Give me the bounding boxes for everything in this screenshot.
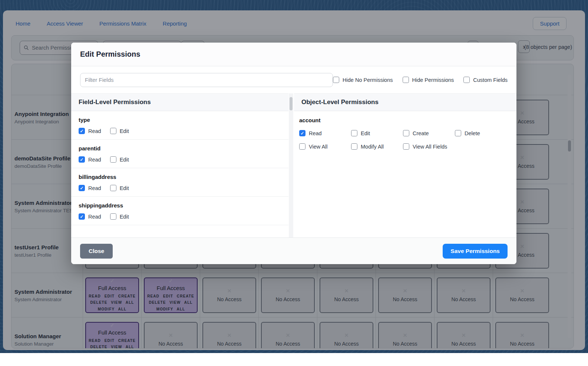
custom-fields-checkbox[interactable]: ✓ Custom Fields — [463, 77, 508, 83]
checkbox-label: Create — [413, 130, 429, 136]
field-list-scrollbar[interactable] — [289, 93, 293, 237]
field-list-scrollbar-thumb[interactable] — [290, 97, 293, 110]
checkbox-label: Read — [88, 185, 101, 191]
modal-filter-row: ✓ Hide No Permissions ✓ Hide Permissions… — [71, 66, 516, 93]
checkbox-icon[interactable]: ✓ — [79, 213, 85, 220]
edit-checkbox[interactable]: ✓ Edit — [110, 128, 129, 134]
checkbox-icon[interactable]: ✓ — [333, 77, 339, 83]
checkbox-label: Hide No Permissions — [343, 77, 393, 83]
read-checkbox[interactable]: ✓ Read — [79, 213, 101, 220]
modal-footer: Close Save Permissions — [71, 237, 516, 264]
field-panel-header: Field-Level Permissions — [71, 93, 288, 111]
object-read-checkbox[interactable]: ✓ Read — [299, 130, 351, 136]
checkbox-icon[interactable]: ✓ — [455, 130, 461, 136]
field-item-billingaddress: billingaddress ✓ Read ✓ Edit — [71, 168, 288, 197]
filter-checkbox-group: ✓ Hide No Permissions ✓ Hide Permissions… — [333, 77, 508, 83]
edit-checkbox[interactable]: ✓ Edit — [110, 185, 129, 191]
checkbox-label: Hide Permissions — [412, 77, 454, 83]
field-name: type — [79, 117, 281, 123]
checkbox-label: Delete — [465, 130, 480, 136]
object-panel-header: Object-Level Permissions — [294, 93, 516, 111]
modal-header: Edit Permissions — [71, 43, 516, 66]
checkbox-icon[interactable]: ✓ — [299, 130, 305, 136]
field-name: billingaddress — [79, 174, 281, 180]
hide-no-permissions-checkbox[interactable]: ✓ Hide No Permissions — [333, 77, 393, 83]
field-item-type: type ✓ Read ✓ Edit — [71, 111, 288, 140]
checkbox-label: Edit — [120, 214, 129, 220]
checkbox-icon[interactable]: ✓ — [351, 130, 357, 136]
field-level-panel: Field-Level Permissions type ✓ Read ✓ Ed… — [71, 93, 288, 237]
close-button[interactable]: Close — [80, 244, 113, 259]
object-modify-all-checkbox[interactable]: ✓ Modify All — [351, 143, 403, 150]
object-view-all-fields-checkbox[interactable]: ✓ View All Fields — [403, 143, 455, 150]
object-panel-title: Object-Level Permissions — [301, 99, 379, 106]
checkbox-icon[interactable]: ✓ — [110, 128, 116, 134]
hide-permissions-checkbox[interactable]: ✓ Hide Permissions — [403, 77, 454, 83]
modal-title: Edit Permissions — [80, 50, 140, 59]
object-edit-checkbox[interactable]: ✓ Edit — [351, 130, 403, 136]
checkbox-icon[interactable]: ✓ — [403, 143, 409, 150]
edit-permissions-modal: Edit Permissions ✓ Hide No Permissions ✓… — [71, 43, 516, 264]
checkbox-label: Read — [88, 128, 101, 134]
checkbox-label: Edit — [361, 130, 370, 136]
checkbox-icon[interactable]: ✓ — [79, 156, 85, 163]
object-delete-checkbox[interactable]: ✓ Delete — [455, 130, 507, 136]
checkbox-icon[interactable]: ✓ — [351, 143, 357, 150]
checkbox-label: Custom Fields — [473, 77, 508, 83]
checkbox-icon[interactable]: ✓ — [403, 130, 409, 136]
checkbox-icon[interactable]: ✓ — [79, 185, 85, 191]
read-checkbox[interactable]: ✓ Read — [79, 128, 101, 134]
object-permission-grid: ✓ Read ✓ Edit ✓ Create ✓ Delete — [299, 130, 511, 150]
checkbox-label: Edit — [120, 157, 129, 163]
panel-divider — [288, 93, 294, 237]
field-item-shippingaddress: shippingaddress ✓ Read ✓ Edit — [71, 197, 288, 225]
field-name: shippingaddress — [79, 202, 281, 209]
read-checkbox[interactable]: ✓ Read — [79, 156, 101, 163]
filter-fields-input[interactable] — [80, 73, 333, 87]
save-permissions-button[interactable]: Save Permissions — [443, 244, 508, 259]
checkbox-label: Modify All — [361, 144, 384, 150]
field-panel-title: Field-Level Permissions — [79, 99, 151, 106]
checkbox-icon[interactable]: ✓ — [110, 213, 116, 220]
checkbox-icon[interactable]: ✓ — [110, 156, 116, 163]
checkbox-icon[interactable]: ✓ — [299, 143, 305, 150]
checkbox-label: Read — [309, 130, 322, 136]
object-permissions: account ✓ Read ✓ Edit ✓ Create — [294, 111, 516, 237]
edit-checkbox[interactable]: ✓ Edit — [110, 213, 129, 220]
read-checkbox[interactable]: ✓ Read — [79, 185, 101, 191]
object-create-checkbox[interactable]: ✓ Create — [403, 130, 455, 136]
checkbox-icon[interactable]: ✓ — [79, 128, 85, 134]
checkbox-icon[interactable]: ✓ — [403, 77, 409, 83]
checkbox-icon[interactable]: ✓ — [110, 185, 116, 191]
checkbox-label: Read — [88, 214, 101, 220]
checkbox-label: Read — [88, 157, 101, 163]
object-view-all-checkbox[interactable]: ✓ View All — [299, 143, 351, 150]
field-item-parentid: parentid ✓ Read ✓ Edit — [71, 140, 288, 168]
checkbox-label: View All — [309, 144, 328, 150]
modal-panels: Field-Level Permissions type ✓ Read ✓ Ed… — [71, 93, 516, 237]
checkbox-label: Edit — [120, 128, 129, 134]
field-list: type ✓ Read ✓ Edit parentid — [71, 111, 288, 237]
checkbox-label: Edit — [120, 185, 129, 191]
edit-checkbox[interactable]: ✓ Edit — [110, 156, 129, 163]
field-name: parentid — [79, 145, 281, 152]
object-name: account — [299, 117, 511, 123]
object-level-panel: Object-Level Permissions account ✓ Read … — [294, 93, 516, 237]
checkbox-icon[interactable]: ✓ — [463, 77, 470, 83]
checkbox-label: View All Fields — [413, 144, 447, 150]
